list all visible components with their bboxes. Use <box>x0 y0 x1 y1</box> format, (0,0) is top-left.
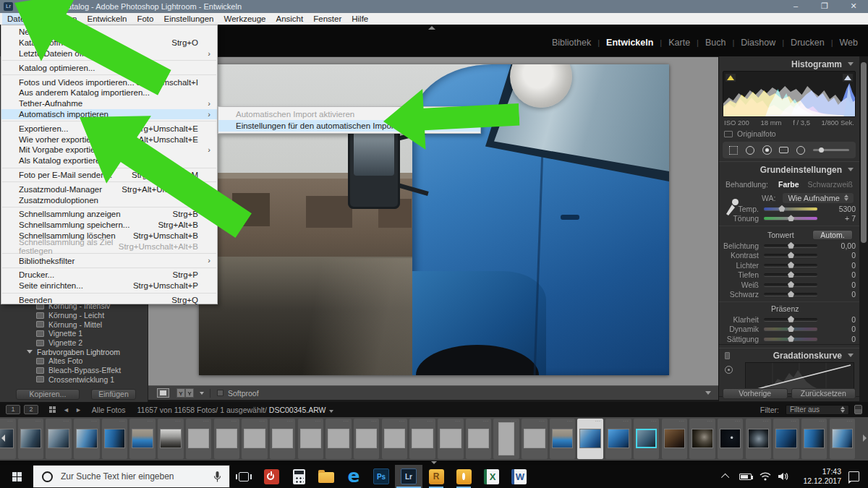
taskbar-file-explorer-icon[interactable] <box>312 465 340 488</box>
menu-einstellungen[interactable]: Einstellungen <box>158 13 218 25</box>
thumbnail-photo[interactable]: ∙∙∙ <box>129 419 156 459</box>
filmstrip-scroll-left-icon[interactable] <box>1 435 5 442</box>
shadow-clipping-icon[interactable] <box>726 74 736 82</box>
slider-thumb[interactable] <box>788 252 794 258</box>
scrollbar-thumb[interactable] <box>861 62 867 243</box>
slider-thumb[interactable] <box>788 335 794 342</box>
adjustment-brush-icon[interactable] <box>813 149 849 151</box>
maximize-button[interactable]: ❐ <box>810 0 839 13</box>
basic-panel-header[interactable]: Grundeinstellungen <box>719 162 859 176</box>
thumbnail-photo[interactable]: ∙∙∙ <box>801 419 827 459</box>
thumbnail-placeholder[interactable]: ∙∙∙ <box>382 419 408 459</box>
filmstrip-collapse-icon[interactable] <box>431 461 437 464</box>
panel-switch-icon[interactable] <box>725 352 730 359</box>
module-diashow[interactable]: Diashow <box>741 38 775 48</box>
original-photo-row[interactable]: Originalfoto <box>719 127 859 138</box>
preset-farbvorgaben-lightroom[interactable]: Farbvorgaben Lightroom <box>0 347 148 356</box>
microphone-icon[interactable] <box>213 471 222 483</box>
module-bibliothek[interactable]: Bibliothek <box>552 38 591 48</box>
toolbar-options-icon[interactable] <box>705 391 711 395</box>
battery-icon[interactable] <box>739 474 752 480</box>
preset-k-rnung-leicht[interactable]: Körnung - Leicht <box>0 311 148 320</box>
thumbnail-photo[interactable]: ∙∙∙ <box>158 419 184 459</box>
graduated-filter-icon[interactable] <box>779 147 788 153</box>
slider-track[interactable] <box>764 254 817 257</box>
redeye-tool-icon[interactable] <box>762 145 772 155</box>
thumbnail-placeholder[interactable]: ∙∙∙ <box>214 419 240 459</box>
wb-dropdown[interactable]: Wie Aufnahme <box>783 193 854 203</box>
thumbnail-photo[interactable]: ∙∙∙ <box>18 419 44 459</box>
taskbar-word-icon[interactable]: W <box>505 465 532 488</box>
module-drucken[interactable]: Drucken <box>791 38 825 48</box>
slider-thumb[interactable] <box>778 205 785 212</box>
white-balance-dropper-icon[interactable] <box>724 194 740 216</box>
thumbnail-photo[interactable]: ∙∙∙ <box>102 419 128 459</box>
thumbnail-placeholder[interactable]: ∙∙∙ <box>522 419 548 459</box>
thumbnail-placeholder[interactable]: ∙∙∙ <box>270 419 296 459</box>
module-web[interactable]: Web <box>840 38 858 48</box>
treatment-bw-option[interactable]: Schwarzweiß <box>808 180 853 189</box>
paste-settings-button[interactable]: Einfügen <box>91 389 136 400</box>
targeted-adjustment-icon[interactable] <box>725 366 733 374</box>
taskbar-excel-icon[interactable]: X <box>477 465 505 488</box>
folder-expand-icon[interactable] <box>27 350 33 354</box>
before-after-dropdown-icon[interactable] <box>200 392 204 395</box>
thumbnail-photo[interactable]: ∙∙∙ <box>605 419 631 459</box>
module-buch[interactable]: Buch <box>705 38 726 48</box>
volume-icon[interactable] <box>778 472 788 481</box>
right-panel-scrollbar[interactable] <box>859 56 868 401</box>
file-menu-item-seite-einrichten[interactable]: Seite einrichten...Strg+Umschalt+P <box>1 281 217 291</box>
menu-werkzeuge[interactable]: Werkzeuge <box>219 13 271 25</box>
source-dropdown-icon[interactable] <box>329 410 333 413</box>
thumbnail-photo[interactable]: ∙∙∙ <box>746 419 772 459</box>
slider-track[interactable] <box>764 318 817 321</box>
slider-track[interactable] <box>764 207 817 210</box>
filmstrip-status[interactable]: 11657 von 11658 Fotos/ 1 ausgewählt/ DSC… <box>137 406 334 414</box>
module-entwickeln[interactable]: Entwickeln <box>606 38 653 48</box>
thumbnail-placeholder[interactable]: ∙∙∙ <box>438 419 464 459</box>
thumbnail-placeholder[interactable]: ∙∙∙ <box>409 419 435 459</box>
before-after-right-icon[interactable]: Y <box>185 388 194 398</box>
thumbnail-placeholder[interactable]: ∙∙∙ <box>354 419 380 459</box>
minimize-button[interactable]: – <box>781 0 810 13</box>
preset-crossentwicklung-1[interactable]: Crossentwicklung 1 <box>0 375 148 385</box>
taskbar-calculator-icon[interactable] <box>285 465 312 488</box>
taskbar-lightroom-icon[interactable]: Lr <box>395 465 422 488</box>
thumbnail-photo[interactable]: ∙∙∙ <box>718 419 744 459</box>
thumbnail-placeholder[interactable]: ∙∙∙ <box>242 419 268 459</box>
tray-overflow-chevron-icon[interactable] <box>721 474 729 481</box>
slider-track[interactable] <box>764 273 817 276</box>
crop-tool-icon[interactable] <box>729 146 738 155</box>
thumbnail-photo[interactable]: ∙∙∙ <box>830 419 856 459</box>
grid-view-icon[interactable] <box>49 406 56 413</box>
filter-switch-icon[interactable] <box>854 405 862 414</box>
slider-track[interactable] <box>764 338 817 341</box>
second-window-button[interactable]: 2 <box>24 405 38 414</box>
slider-track[interactable] <box>764 293 817 296</box>
thumbnail-placeholder[interactable]: ∙∙∙ <box>466 419 492 459</box>
taskbar-edge-icon[interactable]: e <box>340 465 367 488</box>
thumbnail-photo[interactable]: ∙∙∙ <box>577 419 603 459</box>
slider-thumb[interactable] <box>788 281 794 288</box>
taskbar-task-view-icon[interactable] <box>230 465 258 488</box>
spot-removal-icon[interactable] <box>746 146 754 155</box>
thumbnail-placeholder[interactable]: ∙∙∙ <box>186 419 212 459</box>
thumbnail-placeholder[interactable]: ∙∙∙ <box>493 419 519 459</box>
taskbar-search[interactable]: Zur Suche Text hier eingeben <box>33 465 230 488</box>
slider-thumb[interactable] <box>788 316 794 322</box>
thumbnail-photo[interactable]: ∙∙∙ <box>46 419 72 459</box>
close-button[interactable]: ✕ <box>839 0 868 13</box>
taskbar-photoshop-icon[interactable]: Ps <box>367 465 395 488</box>
preset-k-rnung-mittel[interactable]: Körnung - Mittel <box>0 320 148 329</box>
auto-tone-button[interactable]: Autom. <box>812 230 853 240</box>
file-menu-item-drucker[interactable]: Drucker...Strg+P <box>1 270 217 281</box>
module-karte[interactable]: Karte <box>668 38 690 48</box>
preset-vignette-2[interactable]: Vignette 2 <box>0 338 148 348</box>
filmstrip-scroll-right-icon[interactable] <box>863 435 867 442</box>
thumbnail-photo[interactable]: ∙∙∙ <box>634 419 660 459</box>
highlight-clipping-icon[interactable] <box>843 74 853 82</box>
source-label[interactable]: Alle Fotos <box>92 406 126 414</box>
before-after-left-icon[interactable]: Y <box>176 388 185 398</box>
slider-thumb[interactable] <box>788 215 794 221</box>
thumbnail-photo[interactable]: ∙∙∙ <box>662 419 688 459</box>
